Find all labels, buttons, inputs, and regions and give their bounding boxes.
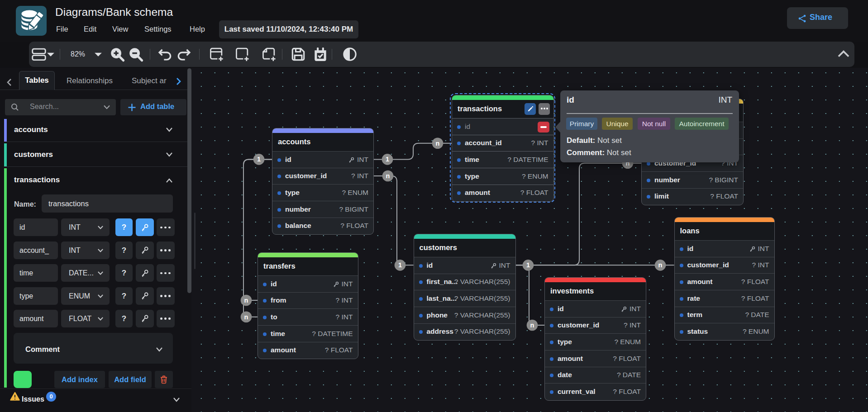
svg-text:n: n (386, 172, 390, 180)
svg-text:n: n (436, 140, 440, 147)
svg-text:1: 1 (526, 261, 530, 269)
svg-text:n: n (244, 297, 248, 304)
svg-text:1: 1 (398, 261, 402, 269)
svg-text:n: n (530, 322, 534, 329)
svg-text:n: n (244, 313, 248, 321)
svg-text:1: 1 (386, 156, 389, 163)
svg-text:1: 1 (257, 156, 261, 163)
svg-text:n: n (658, 261, 663, 269)
